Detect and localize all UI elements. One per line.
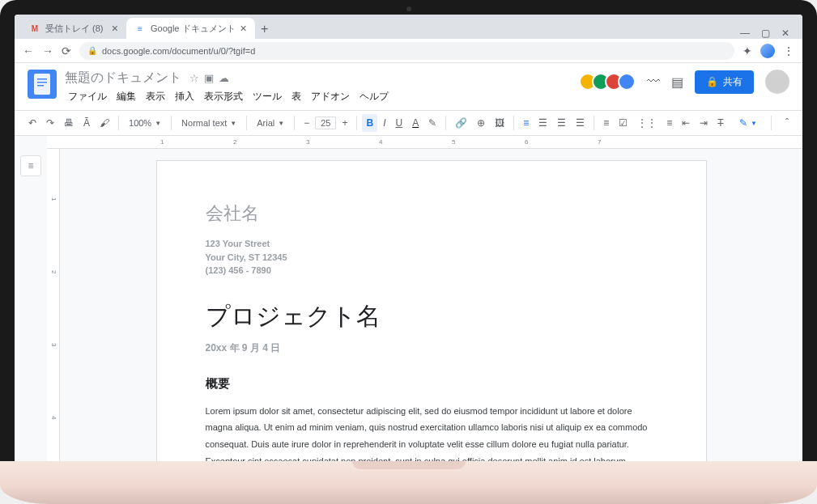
menu-insert[interactable]: 挿入: [172, 88, 198, 105]
svg-rect-3: [37, 85, 44, 87]
align-right-button[interactable]: ☰: [553, 114, 570, 132]
menu-format[interactable]: 表示形式: [201, 88, 246, 105]
collapse-toolbar-button[interactable]: ˆ: [781, 114, 793, 132]
menu-view[interactable]: 表示: [143, 88, 168, 105]
activity-icon[interactable]: 〰: [647, 74, 660, 89]
align-justify-button[interactable]: ☰: [572, 114, 589, 132]
header-right: 〰 ▤ 🔒 共有: [584, 70, 789, 94]
user-avatar[interactable]: [765, 70, 789, 94]
menu-icon[interactable]: ⋮: [783, 44, 794, 57]
move-icon[interactable]: ▣: [204, 72, 214, 84]
document-canvas[interactable]: 会社名 123 Your Street Your City, ST 12345 …: [60, 136, 802, 461]
align-left-button[interactable]: ≡: [519, 114, 533, 132]
browser-tab-gmail[interactable]: M 受信トレイ (8) ×: [21, 18, 126, 39]
menu-tools[interactable]: ツール: [249, 88, 285, 105]
spellcheck-button[interactable]: Ā: [79, 114, 94, 132]
text-color-button[interactable]: A: [408, 114, 423, 132]
document-date[interactable]: 20xx 年 9 月 4 日: [206, 341, 657, 355]
new-tab-button[interactable]: +: [255, 19, 274, 39]
decrease-indent-button[interactable]: ⇤: [678, 114, 694, 132]
overview-body[interactable]: Lorem ipsum dolor sit amet, consectetur …: [206, 403, 657, 462]
window-controls: — ▢ ✕: [740, 28, 796, 39]
vertical-ruler[interactable]: 1 2 3 4: [47, 149, 60, 461]
share-label: 共有: [723, 75, 743, 89]
minimize-button[interactable]: —: [740, 28, 750, 39]
zoom-select[interactable]: 100%▼: [124, 116, 166, 129]
extensions-icon[interactable]: ✦: [743, 44, 752, 57]
bold-button[interactable]: B: [362, 114, 377, 132]
checklist-button[interactable]: ☑: [615, 114, 632, 132]
font-select[interactable]: Arial▼: [252, 116, 289, 129]
bullet-list-button[interactable]: ⋮⋮: [633, 114, 661, 132]
formatting-toolbar: ↶ ↷ 🖶 Ā 🖌 100%▼ Normal text▼ Arial▼ − 25…: [15, 110, 802, 136]
print-button[interactable]: 🖶: [60, 114, 78, 132]
address-city[interactable]: Your City, ST 12345: [206, 251, 657, 265]
numbered-list-button[interactable]: ≡: [662, 114, 676, 132]
svg-rect-1: [37, 78, 47, 80]
share-button[interactable]: 🔒 共有: [695, 70, 754, 94]
left-gutter: ≡: [15, 136, 47, 461]
overview-heading[interactable]: 概要: [206, 376, 657, 392]
url-input[interactable]: 🔒 docs.google.com/document/u/0/?tgif=d: [79, 42, 734, 60]
browser-tab-docs[interactable]: ≡ Google ドキュメント ×: [126, 18, 255, 39]
gmail-icon: M: [29, 23, 40, 34]
font-decrease-button[interactable]: −: [300, 114, 313, 132]
cloud-icon[interactable]: ☁: [219, 72, 229, 84]
redo-button[interactable]: ↷: [42, 114, 58, 132]
outline-button[interactable]: ≡: [20, 155, 41, 176]
menu-table[interactable]: 表: [288, 88, 304, 105]
editing-mode-button[interactable]: ✎ ▼: [735, 114, 761, 132]
comment-button[interactable]: ⊕: [473, 114, 489, 132]
highlight-button[interactable]: ✎: [424, 114, 440, 132]
increase-indent-button[interactable]: ⇥: [696, 114, 712, 132]
style-select[interactable]: Normal text▼: [177, 116, 241, 129]
font-size-input[interactable]: 25: [315, 116, 336, 129]
address-phone[interactable]: (123) 456 - 7890: [206, 264, 657, 277]
laptop-frame: M 受信トレイ (8) × ≡ Google ドキュメント × + — ▢ ✕: [0, 0, 817, 504]
clear-format-button[interactable]: T: [713, 114, 727, 132]
forward-button[interactable]: →: [42, 44, 53, 57]
link-button[interactable]: 🔗: [451, 114, 471, 132]
laptop-notch: [352, 461, 466, 469]
docs-logo-icon[interactable]: [28, 70, 57, 99]
close-icon[interactable]: ×: [112, 22, 118, 35]
font-increase-button[interactable]: +: [338, 114, 351, 132]
back-button[interactable]: ←: [23, 44, 34, 57]
collaborator-avatars[interactable]: [584, 73, 636, 91]
star-icon[interactable]: ☆: [189, 72, 199, 84]
comments-icon[interactable]: ▤: [671, 74, 683, 90]
close-window-button[interactable]: ✕: [781, 28, 789, 39]
document-page[interactable]: 会社名 123 Your Street Your City, ST 12345 …: [156, 160, 707, 461]
reload-button[interactable]: ⟳: [62, 44, 71, 57]
menu-bar: ファイル 編集 表示 挿入 表示形式 ツール 表 アドオン ヘルプ: [65, 88, 576, 105]
menu-help[interactable]: ヘルプ: [356, 88, 392, 105]
project-title[interactable]: プロジェクト名: [206, 300, 657, 333]
avatar[interactable]: [618, 73, 636, 91]
chevron-down-icon: ▼: [278, 120, 284, 127]
menu-addons[interactable]: アドオン: [308, 88, 353, 105]
profile-avatar[interactable]: [760, 44, 775, 58]
close-icon[interactable]: ×: [240, 22, 247, 35]
extensions-area: ✦ ⋮: [743, 44, 794, 58]
company-name[interactable]: 会社名: [206, 201, 657, 226]
address-street[interactable]: 123 Your Street: [206, 237, 657, 251]
italic-button[interactable]: I: [379, 114, 389, 132]
docs-header: 無題のドキュメント ☆ ▣ ☁ ファイル 編集 表示 挿入 表示形式 ツール: [15, 63, 802, 105]
chevron-down-icon: ▼: [751, 120, 757, 127]
tab-label: 受信トレイ (8): [45, 23, 104, 35]
lock-icon: 🔒: [706, 76, 718, 87]
menu-edit[interactable]: 編集: [113, 88, 139, 105]
svg-rect-2: [37, 82, 47, 83]
align-center-button[interactable]: ☰: [534, 114, 551, 132]
format-paint-button[interactable]: 🖌: [96, 114, 113, 132]
maximize-button[interactable]: ▢: [761, 28, 770, 39]
tab-label: Google ドキュメント: [151, 23, 236, 35]
undo-button[interactable]: ↶: [24, 114, 40, 132]
line-spacing-button[interactable]: ≡: [599, 114, 613, 132]
docs-favicon-icon: ≡: [134, 23, 146, 34]
horizontal-ruler[interactable]: 1 2 3 4 5 6 7: [47, 136, 802, 149]
image-button[interactable]: 🖼: [491, 114, 508, 132]
underline-button[interactable]: U: [391, 114, 406, 132]
menu-file[interactable]: ファイル: [65, 88, 110, 105]
document-title[interactable]: 無題のドキュメント: [65, 70, 181, 87]
